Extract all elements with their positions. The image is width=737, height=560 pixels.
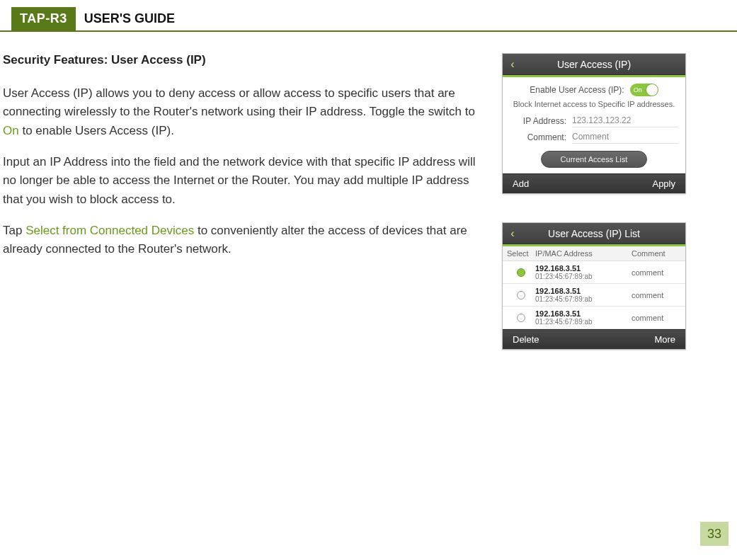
add-button[interactable]: Add [513,178,529,189]
comment-value: comment [632,268,681,277]
comment-label: Comment: [510,132,566,142]
mac-value: 01:23:45:67:89:ab [535,295,632,303]
on-keyword: On [3,124,19,137]
screen-title: User Access (IP) [503,59,685,70]
screenshot-user-access-ip: ‹ User Access (IP) Enable User Access (I… [502,53,686,194]
comment-value: comment [632,314,681,322]
paragraph-1b: to enable Users Access (IP). [19,124,174,137]
paragraph-2: Input an IP Address into the field and t… [3,153,488,209]
page-number: 33 [700,522,729,546]
select-radio[interactable] [517,268,525,277]
col-address: IP/MAC Address [535,249,632,258]
more-button[interactable]: More [654,334,675,345]
section-title: Security Features: User Access (IP) [3,53,488,67]
ip-value: 192.168.3.51 [535,264,632,273]
mac-value: 01:23:45:67:89:ab [535,273,632,280]
paragraph-1: User Access (IP) allows you to deny acce… [3,84,488,140]
col-select: Select [507,249,535,258]
enable-label: Enable User Access (IP): [530,85,624,95]
paragraph-3a: Tap [3,224,25,237]
ip-value: 192.168.3.51 [535,309,632,318]
paragraph-1a: User Access (IP) allows you to deny acce… [3,86,475,118]
apply-button[interactable]: Apply [652,178,675,189]
enable-toggle[interactable]: On [630,84,658,96]
list-item[interactable]: 192.168.3.51 01:23:45:67:89:ab comment [503,261,685,284]
current-access-list-button[interactable]: Current Access List [541,151,647,168]
delete-button[interactable]: Delete [513,334,539,345]
paragraph-3: Tap Select from Connected Devices to con… [3,222,488,259]
select-devices-link: Select from Connected Devices [25,224,194,237]
titlebar: ‹ User Access (IP) [503,54,685,75]
ip-address-label: IP Address: [510,116,566,126]
list-header: Select IP/MAC Address Comment [503,246,685,261]
screenshot-user-access-ip-list: ‹ User Access (IP) List Select IP/MAC Ad… [502,222,686,350]
titlebar: ‹ User Access (IP) List [503,223,685,244]
panel-description: Block Internet access to Specific IP add… [510,98,678,113]
comment-field[interactable]: Comment [572,130,678,144]
guide-title: USER'S GUIDE [76,7,183,30]
col-comment: Comment [632,249,681,258]
ip-address-field[interactable]: 123.123.123.22 [572,114,678,127]
page-header: TAP-R3 USER'S GUIDE [0,7,737,32]
mac-value: 01:23:45:67:89:ab [535,318,632,326]
select-radio[interactable] [517,314,525,322]
list-item[interactable]: 192.168.3.51 01:23:45:67:89:ab comment [503,307,685,329]
screen-title: User Access (IP) List [503,228,685,239]
comment-value: comment [632,291,681,299]
select-radio[interactable] [517,291,525,299]
ip-value: 192.168.3.51 [535,287,632,295]
list-item[interactable]: 192.168.3.51 01:23:45:67:89:ab comment [503,284,685,307]
product-tag: TAP-R3 [11,7,76,30]
